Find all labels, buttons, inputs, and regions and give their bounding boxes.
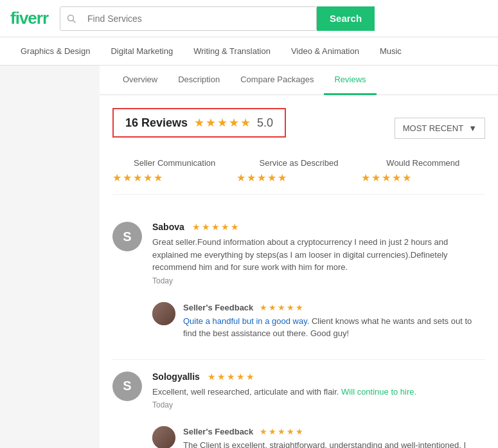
svg-line-1 bbox=[73, 20, 76, 22]
logo: fiverr bbox=[10, 8, 48, 28]
seller-avatar-img-1 bbox=[152, 302, 175, 325]
seller-avatar-1 bbox=[152, 302, 175, 325]
tab-compare[interactable]: Compare Packages bbox=[230, 66, 324, 95]
would-recommend-label: Would Recommend bbox=[361, 158, 485, 168]
avatar-sologyallis: S bbox=[112, 372, 142, 401]
nav-item-video[interactable]: Video & Animation bbox=[281, 37, 369, 65]
review-count-box: 16 Reviews ★ ★ ★ ★ ★ 5.0 bbox=[112, 108, 286, 138]
review-text-1: Great seller.Found information about a c… bbox=[152, 236, 485, 274]
review-body-2: Sologyallis ★ ★ ★ ★ ★ Excellent, well re… bbox=[152, 372, 485, 449]
seller-feedback-body-2: Seller's Feedback ★ ★ ★ ★ ★ The Client i… bbox=[183, 426, 485, 448]
seller-feedback-label-2: Seller's Feedback bbox=[183, 427, 253, 436]
review-item-2: S Sologyallis ★ ★ ★ ★ ★ Excellent, well … bbox=[112, 360, 485, 449]
chevron-down-icon: ▼ bbox=[468, 123, 477, 133]
seller-feedback-label-1: Seller's Feedback bbox=[183, 303, 253, 312]
tab-description[interactable]: Description bbox=[168, 66, 230, 95]
reviews-section: 16 Reviews ★ ★ ★ ★ ★ 5.0 MOST RECENT ▼ bbox=[100, 95, 498, 448]
category-would-recommend: Would Recommend ★ ★ ★ ★ ★ bbox=[361, 158, 485, 184]
seller-avatar-img-2 bbox=[152, 426, 175, 448]
seller-feedback-stars-1: ★ ★ ★ ★ ★ bbox=[260, 303, 305, 312]
sort-label: MOST RECENT bbox=[403, 123, 463, 133]
review-header-row: 16 Reviews ★ ★ ★ ★ ★ 5.0 MOST RECENT ▼ bbox=[112, 108, 485, 148]
nav: Graphics & Design Digital Marketing Writ… bbox=[0, 37, 498, 66]
content-area: Overview Description Compare Packages Re… bbox=[100, 66, 498, 448]
main-layout: Overview Description Compare Packages Re… bbox=[0, 66, 498, 448]
seller-feedback-text-1: Quite a handful but in a good way. Clien… bbox=[183, 315, 485, 340]
seller-feedback-2: Seller's Feedback ★ ★ ★ ★ ★ The Client i… bbox=[152, 418, 485, 448]
category-ratings: Seller Communication ★ ★ ★ ★ ★ Service a… bbox=[112, 158, 485, 195]
nav-item-writing[interactable]: Writing & Translation bbox=[183, 37, 281, 65]
seller-communication-stars: ★ ★ ★ ★ ★ bbox=[112, 172, 236, 184]
star-2: ★ bbox=[206, 116, 216, 130]
review-stars-2: ★ ★ ★ ★ ★ bbox=[208, 372, 256, 382]
seller-communication-label: Seller Communication bbox=[112, 158, 236, 168]
service-described-stars: ★ ★ ★ ★ ★ bbox=[236, 172, 360, 184]
review-stars-1: ★ ★ ★ ★ ★ bbox=[192, 222, 240, 232]
star-3: ★ bbox=[217, 116, 227, 130]
search-bar bbox=[60, 6, 317, 31]
sidebar bbox=[0, 66, 100, 448]
nav-item-graphics[interactable]: Graphics & Design bbox=[10, 37, 100, 65]
tabs: Overview Description Compare Packages Re… bbox=[100, 66, 498, 95]
category-service-described: Service as Described ★ ★ ★ ★ ★ bbox=[236, 158, 360, 184]
nav-item-music[interactable]: Music bbox=[369, 37, 412, 65]
search-button[interactable]: Search bbox=[317, 6, 375, 31]
seller-feedback-stars-2: ★ ★ ★ ★ ★ bbox=[260, 427, 305, 436]
tab-reviews[interactable]: Reviews bbox=[324, 66, 376, 95]
search-input[interactable] bbox=[82, 7, 316, 30]
search-icon bbox=[60, 7, 82, 30]
seller-avatar-2 bbox=[152, 426, 175, 448]
star-4: ★ bbox=[229, 116, 239, 130]
seller-feedback-1: Seller's Feedback ★ ★ ★ ★ ★ Quite a hand… bbox=[152, 294, 485, 348]
review-stars-row: ★ ★ ★ ★ ★ 5.0 bbox=[194, 116, 273, 130]
rating-number: 5.0 bbox=[257, 116, 273, 130]
sort-dropdown[interactable]: MOST RECENT ▼ bbox=[395, 118, 485, 139]
star-1: ★ bbox=[194, 116, 204, 130]
seller-feedback-text-2: The Client is excellent, straightforward… bbox=[183, 439, 485, 448]
review-date-2: Today bbox=[152, 400, 485, 409]
review-text-2: Excellent, well researched, articulate a… bbox=[152, 386, 485, 399]
seller-feedback-body-1: Seller's Feedback ★ ★ ★ ★ ★ Quite a hand… bbox=[183, 302, 485, 340]
star-5: ★ bbox=[240, 116, 251, 130]
header: fiverr Search bbox=[0, 0, 498, 37]
avatar-sabova: S bbox=[112, 222, 142, 251]
nav-item-digital[interactable]: Digital Marketing bbox=[100, 37, 183, 65]
tab-overview[interactable]: Overview bbox=[112, 66, 168, 95]
review-date-1: Today bbox=[152, 276, 485, 285]
service-described-label: Service as Described bbox=[236, 158, 360, 168]
category-seller-communication: Seller Communication ★ ★ ★ ★ ★ bbox=[112, 158, 236, 184]
reviewer-name-1: Sabova bbox=[152, 222, 184, 232]
review-body-1: Sabova ★ ★ ★ ★ ★ Great seller.Found info… bbox=[152, 222, 485, 348]
reviewer-name-2: Sologyallis bbox=[152, 372, 200, 382]
review-count-label: 16 Reviews bbox=[125, 116, 188, 130]
review-item-1: S Sabova ★ ★ ★ ★ ★ Great seller.Found in… bbox=[112, 210, 485, 360]
would-recommend-stars: ★ ★ ★ ★ ★ bbox=[361, 172, 485, 184]
